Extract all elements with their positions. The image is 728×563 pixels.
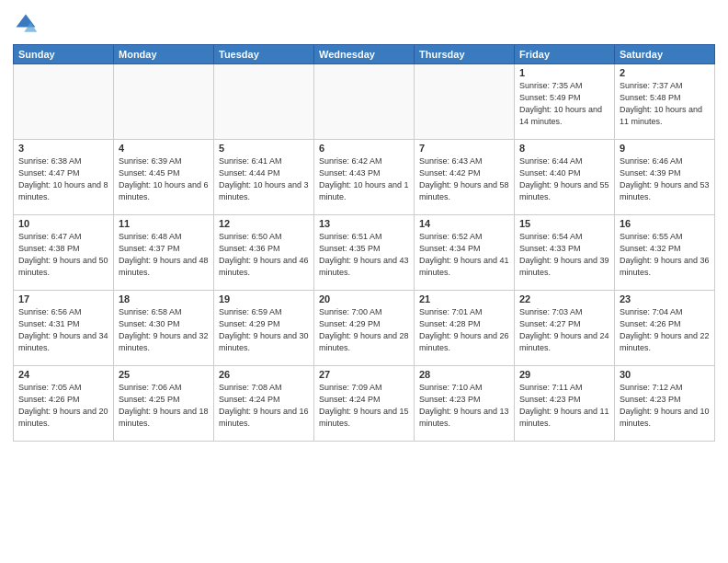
day-info: Sunrise: 6:42 AM Sunset: 4:43 PM Dayligh… [319,155,409,203]
day-number: 18 [119,293,209,304]
day-info: Sunrise: 6:38 AM Sunset: 4:47 PM Dayligh… [18,155,108,203]
day-number: 6 [319,143,409,154]
calendar-cell: 7Sunrise: 6:43 AM Sunset: 4:42 PM Daylig… [415,140,515,215]
day-number: 27 [319,369,409,380]
calendar-cell [214,64,314,140]
day-info: Sunrise: 6:52 AM Sunset: 4:34 PM Dayligh… [419,231,509,279]
day-info: Sunrise: 6:55 AM Sunset: 4:32 PM Dayligh… [620,231,710,279]
day-number: 19 [219,293,309,304]
day-info: Sunrise: 6:47 AM Sunset: 4:38 PM Dayligh… [18,231,108,279]
calendar-cell: 23Sunrise: 7:04 AM Sunset: 4:26 PM Dayli… [615,291,715,366]
calendar-week-0: 1Sunrise: 7:35 AM Sunset: 5:49 PM Daylig… [14,64,715,140]
calendar-cell: 8Sunrise: 6:44 AM Sunset: 4:40 PM Daylig… [515,140,615,215]
day-info: Sunrise: 6:48 AM Sunset: 4:37 PM Dayligh… [119,231,209,279]
day-info: Sunrise: 6:44 AM Sunset: 4:40 PM Dayligh… [519,155,609,203]
calendar-cell: 30Sunrise: 7:12 AM Sunset: 4:23 PM Dayli… [615,366,715,442]
day-info: Sunrise: 6:43 AM Sunset: 4:42 PM Dayligh… [419,155,509,203]
calendar-week-1: 3Sunrise: 6:38 AM Sunset: 4:47 PM Daylig… [14,140,715,215]
day-number: 30 [620,369,710,380]
calendar-cell [14,64,114,140]
day-info: Sunrise: 7:09 AM Sunset: 4:24 PM Dayligh… [319,382,409,430]
day-info: Sunrise: 6:59 AM Sunset: 4:29 PM Dayligh… [219,306,309,354]
day-number: 24 [18,369,108,380]
calendar-header-monday: Monday [114,45,214,64]
calendar-cell: 27Sunrise: 7:09 AM Sunset: 4:24 PM Dayli… [314,366,415,442]
day-number: 20 [319,293,409,304]
calendar-cell: 2Sunrise: 7:37 AM Sunset: 5:48 PM Daylig… [615,64,715,140]
calendar-week-2: 10Sunrise: 6:47 AM Sunset: 4:38 PM Dayli… [14,215,715,291]
page: SundayMondayTuesdayWednesdayThursdayFrid… [0,0,728,563]
day-info: Sunrise: 7:03 AM Sunset: 4:27 PM Dayligh… [519,306,609,354]
day-number: 17 [18,293,108,304]
day-number: 7 [419,143,509,154]
calendar-cell: 15Sunrise: 6:54 AM Sunset: 4:33 PM Dayli… [515,215,615,291]
day-info: Sunrise: 7:05 AM Sunset: 4:26 PM Dayligh… [18,382,108,430]
calendar-cell: 9Sunrise: 6:46 AM Sunset: 4:39 PM Daylig… [615,140,715,215]
day-number: 21 [419,293,509,304]
calendar-cell: 24Sunrise: 7:05 AM Sunset: 4:26 PM Dayli… [14,366,114,442]
day-number: 15 [519,218,609,229]
day-info: Sunrise: 7:08 AM Sunset: 4:24 PM Dayligh… [219,382,309,430]
calendar-cell: 22Sunrise: 7:03 AM Sunset: 4:27 PM Dayli… [515,291,615,366]
calendar-cell [415,64,515,140]
calendar-cell: 29Sunrise: 7:11 AM Sunset: 4:23 PM Dayli… [515,366,615,442]
calendar-header-thursday: Thursday [415,45,515,64]
calendar-header-tuesday: Tuesday [214,45,314,64]
calendar-cell: 12Sunrise: 6:50 AM Sunset: 4:36 PM Dayli… [214,215,314,291]
day-info: Sunrise: 6:54 AM Sunset: 4:33 PM Dayligh… [519,231,609,279]
day-number: 16 [620,218,710,229]
calendar-header-friday: Friday [515,45,615,64]
day-number: 13 [319,218,409,229]
day-info: Sunrise: 6:46 AM Sunset: 4:39 PM Dayligh… [620,155,710,203]
calendar-cell: 17Sunrise: 6:56 AM Sunset: 4:31 PM Dayli… [14,291,114,366]
calendar-cell: 10Sunrise: 6:47 AM Sunset: 4:38 PM Dayli… [14,215,114,291]
day-number: 1 [519,67,609,78]
day-info: Sunrise: 6:41 AM Sunset: 4:44 PM Dayligh… [219,155,309,203]
day-info: Sunrise: 7:10 AM Sunset: 4:23 PM Dayligh… [419,382,509,430]
day-info: Sunrise: 7:12 AM Sunset: 4:23 PM Dayligh… [620,382,710,430]
calendar-cell: 21Sunrise: 7:01 AM Sunset: 4:28 PM Dayli… [415,291,515,366]
calendar-cell: 4Sunrise: 6:39 AM Sunset: 4:45 PM Daylig… [114,140,214,215]
calendar-cell: 28Sunrise: 7:10 AM Sunset: 4:23 PM Dayli… [415,366,515,442]
day-number: 25 [119,369,209,380]
calendar-cell: 18Sunrise: 6:58 AM Sunset: 4:30 PM Dayli… [114,291,214,366]
day-info: Sunrise: 7:01 AM Sunset: 4:28 PM Dayligh… [419,306,509,354]
day-number: 11 [119,218,209,229]
day-info: Sunrise: 7:35 AM Sunset: 5:49 PM Dayligh… [519,80,609,128]
day-number: 2 [620,67,710,78]
day-number: 12 [219,218,309,229]
day-number: 14 [419,218,509,229]
calendar-cell [114,64,214,140]
day-number: 22 [519,293,609,304]
day-number: 28 [419,369,509,380]
day-number: 8 [519,143,609,154]
calendar-header-saturday: Saturday [615,45,715,64]
day-number: 26 [219,369,309,380]
day-number: 3 [18,143,108,154]
day-info: Sunrise: 6:51 AM Sunset: 4:35 PM Dayligh… [319,231,409,279]
day-info: Sunrise: 6:58 AM Sunset: 4:30 PM Dayligh… [119,306,209,354]
logo [13,11,42,37]
calendar-cell: 25Sunrise: 7:06 AM Sunset: 4:25 PM Dayli… [114,366,214,442]
calendar-cell: 13Sunrise: 6:51 AM Sunset: 4:35 PM Dayli… [314,215,415,291]
calendar-cell: 20Sunrise: 7:00 AM Sunset: 4:29 PM Dayli… [314,291,415,366]
calendar-cell: 11Sunrise: 6:48 AM Sunset: 4:37 PM Dayli… [114,215,214,291]
calendar-cell [314,64,415,140]
day-info: Sunrise: 7:06 AM Sunset: 4:25 PM Dayligh… [119,382,209,430]
calendar-cell: 6Sunrise: 6:42 AM Sunset: 4:43 PM Daylig… [314,140,415,215]
day-info: Sunrise: 7:37 AM Sunset: 5:48 PM Dayligh… [620,80,710,128]
day-number: 4 [119,143,209,154]
day-number: 23 [620,293,710,304]
header [13,11,715,37]
calendar-cell: 14Sunrise: 6:52 AM Sunset: 4:34 PM Dayli… [415,215,515,291]
calendar-cell: 1Sunrise: 7:35 AM Sunset: 5:49 PM Daylig… [515,64,615,140]
day-info: Sunrise: 6:39 AM Sunset: 4:45 PM Dayligh… [119,155,209,203]
logo-icon [13,11,39,37]
calendar-header-wednesday: Wednesday [314,45,415,64]
day-info: Sunrise: 6:56 AM Sunset: 4:31 PM Dayligh… [18,306,108,354]
calendar-cell: 5Sunrise: 6:41 AM Sunset: 4:44 PM Daylig… [214,140,314,215]
day-number: 29 [519,369,609,380]
calendar-week-3: 17Sunrise: 6:56 AM Sunset: 4:31 PM Dayli… [14,291,715,366]
calendar-header-sunday: Sunday [14,45,114,64]
calendar-cell: 19Sunrise: 6:59 AM Sunset: 4:29 PM Dayli… [214,291,314,366]
